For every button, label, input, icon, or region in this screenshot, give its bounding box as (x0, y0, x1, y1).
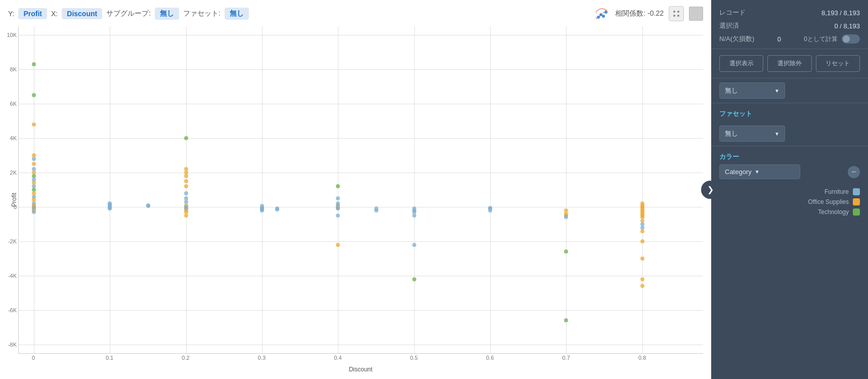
y-tick-label: 2K (10, 170, 17, 176)
scatter-dot (184, 214, 188, 218)
y-label: Y: (8, 10, 14, 18)
legend-label: Technology (818, 208, 849, 216)
grid-line-horizontal (19, 69, 703, 70)
subgroup-dropdown-row: 無し ▼ (711, 78, 868, 103)
scatter-dot (336, 243, 340, 247)
legend-color-dot (853, 188, 860, 195)
scatter-dot (640, 257, 644, 261)
scatter-dot (184, 184, 188, 188)
scatter-dot (640, 229, 644, 233)
x-tick-label: 0.6 (486, 355, 494, 361)
scatter-dot (640, 284, 644, 288)
grid-line-horizontal (19, 35, 703, 35)
exclude-selected-btn[interactable]: 選択除外 (767, 55, 811, 72)
scatter-dot (564, 249, 568, 254)
remove-color-btn[interactable]: − (848, 166, 860, 178)
na-row: N/A(欠損数) 0 0として計算 (719, 34, 860, 44)
toolbar-right: 相関係数: -0.22 (595, 6, 703, 21)
svg-point-5 (677, 11, 679, 13)
x-tick-label: 0.8 (638, 355, 646, 361)
x-tick-label: 0.2 (182, 355, 189, 361)
na-calc-toggle[interactable] (842, 34, 860, 44)
grid-line-horizontal (19, 345, 703, 345)
color-dropdown-row: Category ▼ − (719, 164, 860, 179)
scatter-options-btn[interactable] (669, 6, 684, 21)
subgroup-value-pill[interactable]: 無し (155, 8, 179, 20)
x-tick-label: 0.4 (334, 355, 341, 361)
record-row: レコード 8,193 / 8,193 (719, 8, 860, 17)
scatter-dot (564, 215, 568, 219)
grid-line-horizontal (19, 207, 703, 207)
main-area: Y: Profit X: Discount サブグループ: 無し ファセット: … (0, 0, 711, 379)
color-picker-btn[interactable] (689, 7, 703, 21)
scatter-dot (564, 318, 568, 322)
scatter-dot (32, 122, 36, 127)
y-tick-label: -8K (8, 342, 17, 348)
y-axis-label: Profit (8, 26, 18, 373)
na-label: N/A(欠損数) (719, 34, 754, 44)
chevron-down-icon-2: ▼ (774, 131, 779, 137)
facet-dropdown[interactable]: 無し ▼ (719, 125, 785, 142)
y-tick-label: 0 (14, 204, 17, 210)
show-selected-btn[interactable]: 選択表示 (719, 55, 763, 72)
selected-row: 選択済 0 / 8,193 (719, 21, 860, 30)
y-tick-label: 4K (10, 135, 17, 141)
scatter-dot (108, 206, 112, 210)
na-count: 0 (777, 35, 781, 43)
scatter-dot (336, 206, 340, 210)
chevron-down-icon-3: ▼ (755, 169, 760, 175)
color-dropdown-value: Category (725, 168, 752, 176)
legend-item: Office Supplies (719, 198, 860, 205)
svg-point-6 (673, 15, 675, 17)
y-tick-label: 10K (7, 32, 17, 38)
scatter-plot[interactable]: 10K8K6K4K2K0-2K-4K-6K-8K (18, 26, 703, 354)
svg-point-2 (602, 15, 605, 18)
action-buttons: 選択表示 選択除外 リセット (711, 49, 868, 78)
scatter-dot (260, 204, 264, 208)
chart-area: Profit 10K8K6K4K2K0-2K-4K-6K-8K 00.10.20… (8, 26, 703, 373)
facet-dropdown-value: 無し (725, 129, 738, 138)
grid-line-vertical (262, 26, 263, 353)
grid-line-vertical (110, 26, 110, 353)
scatter-dot (260, 208, 264, 213)
grid-line-horizontal (19, 241, 703, 242)
scatter-dot (412, 277, 416, 281)
facet-value-pill[interactable]: 無し (225, 8, 249, 20)
grid-line-vertical (414, 26, 415, 353)
legend-item: Furniture (719, 188, 860, 195)
grid-line-vertical (186, 26, 187, 353)
scatter-dot (336, 184, 340, 188)
scatter-dot (32, 210, 36, 214)
reset-btn[interactable]: リセット (816, 55, 860, 72)
scatter-dot (412, 243, 416, 247)
na-calc-label: 0として計算 (804, 35, 838, 44)
color-dropdown[interactable]: Category ▼ (719, 164, 800, 179)
x-tick-label: 0.5 (410, 355, 418, 361)
grid-line-horizontal (19, 104, 703, 104)
subgroup-dropdown[interactable]: 無し ▼ (719, 82, 785, 99)
selected-label: 選択済 (719, 21, 739, 30)
scatter-dot (336, 196, 340, 200)
facet-label: ファセット: (183, 9, 221, 18)
sidebar-toggle-btn[interactable]: ❯ (701, 181, 719, 199)
sidebar: ❯ レコード 8,193 / 8,193 選択済 0 / 8,193 N/A(欠… (711, 0, 868, 379)
grid-line-horizontal (19, 276, 703, 276)
scatter-dot (640, 239, 644, 243)
chevron-down-icon: ▼ (774, 88, 779, 94)
grid-line-horizontal (19, 173, 703, 173)
legend-label: Furniture (824, 188, 849, 195)
scatter-dot (108, 202, 112, 206)
x-tick-label: 0.1 (106, 355, 113, 361)
scatter-dot (146, 204, 150, 208)
chart-type-icon[interactable] (595, 6, 610, 21)
y-value-pill[interactable]: Profit (18, 8, 47, 19)
x-value-pill[interactable]: Discount (62, 8, 102, 19)
stats-section: レコード 8,193 / 8,193 選択済 0 / 8,193 N/A(欠損数… (711, 0, 868, 49)
legend-list: FurnitureOffice SuppliesTechnology (711, 184, 868, 223)
x-axis-label: Discount (18, 366, 703, 373)
scatter-dot (275, 207, 279, 212)
subgroup-label: サブグループ: (106, 9, 151, 18)
grid-line-vertical (566, 26, 567, 353)
selected-value: 0 / 8,193 (834, 22, 860, 30)
chart-inner: 10K8K6K4K2K0-2K-4K-6K-8K 00.10.20.30.40.… (18, 26, 703, 373)
